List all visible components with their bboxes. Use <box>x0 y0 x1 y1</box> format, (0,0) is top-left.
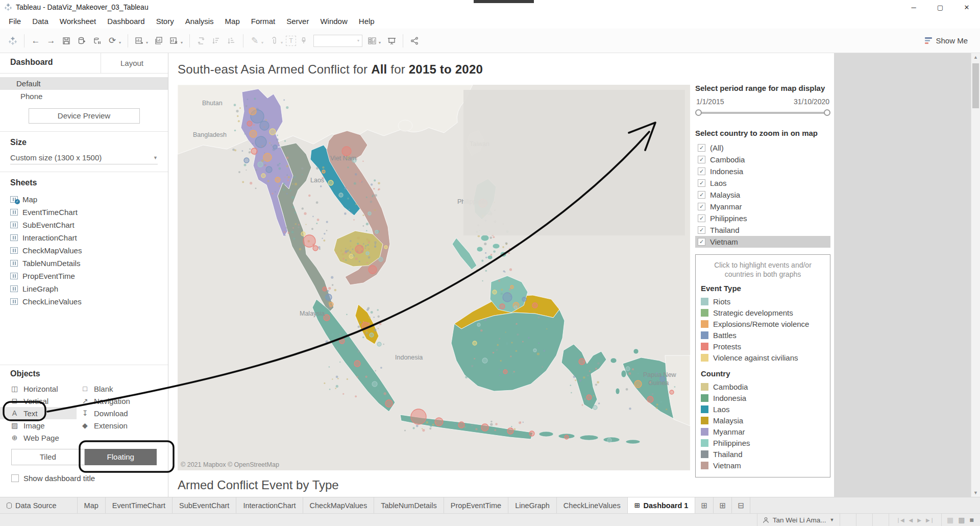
minimize-button[interactable]: ─ <box>900 0 927 14</box>
country-filter-philippines[interactable]: ✓Philippines <box>695 212 830 224</box>
event-bubble-riots[interactable] <box>368 212 371 215</box>
show-tabs-icon[interactable]: ■ <box>970 516 974 524</box>
menu-dashboard[interactable]: Dashboard <box>102 14 150 29</box>
legend-country-myanmar[interactable]: Myanmar <box>701 426 825 437</box>
event-bubble-riots[interactable] <box>482 358 487 363</box>
object-navigation[interactable]: ↗Navigation <box>77 395 168 407</box>
legend-country-thailand[interactable]: Thailand <box>701 448 825 460</box>
event-bubble-riots[interactable] <box>533 349 536 352</box>
undo-icon[interactable]: ← <box>28 33 43 49</box>
sheet-item-checklinevalues[interactable]: CheckLineValues <box>10 295 168 308</box>
sheet-item-eventtimechart[interactable]: EventTimeChart <box>10 206 168 219</box>
swap-rows-columns-icon[interactable] <box>193 33 209 49</box>
event-bubble-battles[interactable] <box>273 145 277 149</box>
show-mark-labels-icon[interactable]: T <box>286 36 296 46</box>
checkbox-checked[interactable]: ✓ <box>698 203 705 210</box>
checkbox-checked[interactable]: ✓ <box>698 179 705 187</box>
country-filter--all-[interactable]: ✓(All) <box>695 142 830 154</box>
sort-ascending-icon[interactable] <box>209 33 224 49</box>
event-bubble-riots[interactable] <box>379 257 383 261</box>
legend-event-riots[interactable]: Riots <box>701 296 825 307</box>
menu-data[interactable]: Data <box>27 14 54 29</box>
sheet-item-map[interactable]: ✓Map <box>10 193 168 206</box>
event-bubble-riots[interactable] <box>339 193 343 197</box>
user-menu[interactable]: Tan Wei Li Ama... ▼ <box>757 514 840 526</box>
event-bubble-protests[interactable] <box>339 339 345 344</box>
redo-icon[interactable]: → <box>43 33 59 49</box>
tab-propeventtime[interactable]: PropEventTime <box>444 497 508 513</box>
event-bubble-protests[interactable] <box>670 390 674 394</box>
event-bubble-violence[interactable] <box>261 174 265 178</box>
legend-country-philippines[interactable]: Philippines <box>701 437 825 448</box>
object-extension[interactable]: ◆Extension <box>77 419 168 432</box>
menu-map[interactable]: Map <box>219 14 246 29</box>
tab-linegraph[interactable]: LineGraph <box>508 497 557 513</box>
maximize-button[interactable]: ▢ <box>927 0 953 14</box>
event-bubble-riots[interactable] <box>370 333 374 337</box>
menu-worksheet[interactable]: Worksheet <box>54 14 102 29</box>
event-bubble-explosions[interactable] <box>275 177 280 182</box>
refresh-icon[interactable]: ⟳ <box>105 33 120 49</box>
object-blank[interactable]: □Blank <box>77 382 168 395</box>
event-bubble-riots[interactable] <box>626 367 630 371</box>
event-bubble-battles[interactable] <box>326 294 332 300</box>
event-bubble-protests[interactable] <box>362 322 369 329</box>
menu-format[interactable]: Format <box>246 14 281 29</box>
scroll-down-icon[interactable]: ▼ <box>971 490 980 495</box>
event-bubble-explosions[interactable] <box>510 285 513 289</box>
show-me-button[interactable]: Show Me <box>925 36 975 45</box>
legend-event-violence-against-civilians[interactable]: Violence against civilians <box>701 352 825 363</box>
tableau-home-icon[interactable] <box>5 33 20 49</box>
object-text[interactable]: AText <box>0 407 77 419</box>
sheet-item-interactionchart[interactable]: InteractionChart <box>10 231 168 244</box>
first-sheet-icon[interactable]: ❘◀ <box>896 517 904 523</box>
floating-text-object-placeholder[interactable] <box>463 90 685 235</box>
event-bubble-protests[interactable] <box>481 424 488 431</box>
event-bubble-protests[interactable] <box>323 287 327 291</box>
period-range-slider[interactable] <box>695 109 830 116</box>
menu-window[interactable]: Window <box>314 14 353 29</box>
event-bubble-violence[interactable] <box>349 254 353 258</box>
event-bubble-battles[interactable] <box>503 293 512 302</box>
event-bubble-protests[interactable] <box>251 148 257 154</box>
event-bubble-explosions[interactable] <box>329 302 333 306</box>
event-bubble-protests[interactable] <box>247 121 252 126</box>
legend-country-cambodia[interactable]: Cambodia <box>701 381 825 392</box>
event-bubble-riots[interactable] <box>607 438 611 442</box>
event-bubble-explosions[interactable] <box>249 108 256 115</box>
legend-event-battles[interactable]: Battles <box>701 329 825 341</box>
sheet-item-propeventtime[interactable]: PropEventTime <box>10 270 168 282</box>
event-bubble-protests[interactable] <box>647 396 653 402</box>
tab-data-source[interactable]: Data Source <box>0 497 78 513</box>
legend-event-protests[interactable]: Protests <box>701 341 825 352</box>
tab-subeventchart[interactable]: SubEventChart <box>173 497 236 513</box>
event-bubble-riots[interactable] <box>375 230 378 233</box>
menu-help[interactable]: Help <box>353 14 380 29</box>
presentation-mode-icon[interactable] <box>384 33 399 49</box>
vertical-scrollbar[interactable]: ▲ ▼ <box>971 53 980 497</box>
duplicate-sheet-icon[interactable] <box>151 33 166 49</box>
event-bubble-riots[interactable] <box>366 252 369 255</box>
event-bubble-explosions[interactable] <box>322 170 325 173</box>
next-sheet-icon[interactable]: ▶ <box>917 517 921 523</box>
event-bubble-violence[interactable] <box>270 129 276 135</box>
last-sheet-icon[interactable]: ▶❘ <box>926 517 934 523</box>
show-dashboard-title-checkbox[interactable] <box>11 474 19 482</box>
country-filter-vietnam[interactable]: ✓Vietnam <box>695 236 830 248</box>
event-bubble-violence[interactable] <box>473 341 477 345</box>
tab-eventtimechart[interactable]: EventTimeChart <box>106 497 173 513</box>
checkbox-checked[interactable]: ✓ <box>698 214 705 222</box>
save-icon[interactable] <box>59 33 74 49</box>
event-bubble-riots[interactable] <box>514 306 517 309</box>
country-filter-indonesia[interactable]: ✓Indonesia <box>695 165 830 177</box>
checkbox-checked[interactable]: ✓ <box>698 144 705 152</box>
fit-dropdown[interactable]: ▾ <box>313 35 362 47</box>
country-filter-cambodia[interactable]: ✓Cambodia <box>695 154 830 165</box>
event-bubble-protests[interactable] <box>500 304 505 309</box>
event-bubble-riots[interactable] <box>258 162 263 167</box>
tab-dashboard-1[interactable]: ⊞Dashboard 1 <box>628 497 696 513</box>
show-sheet-sorter-icon[interactable]: ▦ <box>947 516 953 524</box>
object-vertical[interactable]: ⊟Vertical <box>0 395 77 407</box>
add-data-source-icon[interactable] <box>74 33 89 49</box>
event-bubble-protests[interactable] <box>565 435 569 439</box>
